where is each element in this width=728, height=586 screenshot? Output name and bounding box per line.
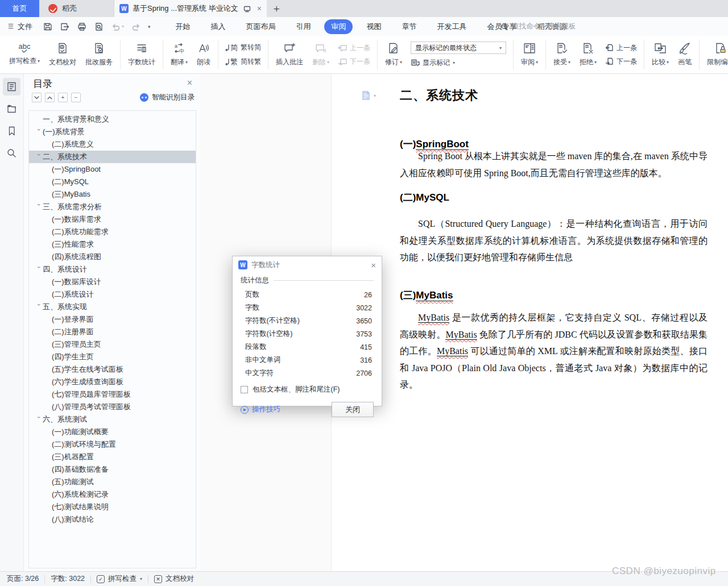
toc-item[interactable]: › 五、系统实现 — [29, 301, 196, 313]
prev-change-button[interactable]: 上一条 — [605, 43, 637, 53]
smart-recognize-button[interactable]: 智能识别目录 — [140, 93, 195, 102]
print-preview-icon[interactable] — [94, 22, 104, 32]
spell-check-button[interactable]: abc 拼写检查▾ — [5, 43, 44, 66]
toc-expand-all-button[interactable] — [32, 93, 42, 102]
toc-item[interactable]: › (一)系统背景 — [29, 126, 196, 138]
ink-button[interactable]: 画笔 — [673, 42, 696, 67]
toc-item[interactable]: › (一)功能测试概要 — [29, 426, 196, 438]
checkbox-unchecked[interactable] — [241, 386, 248, 393]
ribbon-tab[interactable]: 引用 — [289, 19, 317, 34]
toc-item[interactable]: › (一)登录界面 — [29, 313, 196, 326]
toc-item[interactable]: › (二)系统意义 — [29, 138, 196, 151]
toc-close-icon[interactable]: × — [187, 78, 192, 88]
dialog-close-icon[interactable]: × — [371, 260, 376, 270]
compare-button[interactable]: 比较▾ — [647, 42, 673, 67]
toc-collapse-all-button[interactable] — [45, 93, 55, 102]
toc-item[interactable]: › (一)数据库需求 — [29, 213, 196, 226]
show-markup-button[interactable]: 显示标记 ▾ — [411, 58, 506, 68]
toc-item[interactable]: › (二)系统设计 — [29, 288, 196, 301]
export-icon[interactable] — [60, 22, 70, 32]
toc-item[interactable]: › (四)系统流程图 — [29, 251, 196, 263]
doc-proof-toggle[interactable]: ✕ 文档校对 — [154, 574, 194, 584]
paragraph-menu-button[interactable]: ▾ — [360, 90, 376, 101]
toc-item[interactable]: › (二)MySQL — [29, 176, 196, 188]
ribbon-tab[interactable]: 页面布局 — [239, 19, 282, 34]
next-change-button[interactable]: 下一条 — [605, 57, 637, 67]
tab-docer[interactable]: 稻壳 — [39, 0, 114, 17]
reject-button[interactable]: 拒绝▾ — [575, 42, 601, 67]
toc-item[interactable]: › (二)注册界面 — [29, 326, 196, 338]
toolbar-divider — [163, 40, 163, 69]
undo-caret-icon: ▾ — [122, 24, 124, 29]
print-icon[interactable] — [77, 22, 87, 32]
toc-item[interactable]: › (三)性能需求 — [29, 238, 196, 251]
close-button[interactable]: 关闭 — [332, 402, 374, 417]
spell-check-toggle[interactable]: ✓ 拼写检查 ▾ — [97, 574, 142, 584]
restrict-edit-button[interactable]: 限制编辑 — [702, 42, 728, 67]
toc-item[interactable]: › (三)MyBatis — [29, 188, 196, 201]
word-count-button[interactable]: 字数统计 — [123, 42, 160, 67]
dialog-title-bar[interactable]: W 字数统计 × — [233, 256, 382, 273]
toc-item[interactable]: › 二、系统技术 — [29, 151, 196, 163]
sidebar-item-search[interactable] — [3, 144, 20, 162]
file-menu-button[interactable]: ☰ 文件 — [8, 22, 32, 32]
ribbon-tab[interactable]: 开发工具 — [430, 19, 473, 34]
include-footnotes-option[interactable]: 包括文本框、脚注和尾注(F) — [241, 385, 374, 394]
track-changes-button[interactable]: 修订▾ — [380, 42, 407, 67]
review-pane-button[interactable]: 审阅▾ — [516, 42, 543, 67]
sidebar-item-chapter[interactable] — [3, 100, 20, 118]
tab-home[interactable]: 首页 — [0, 0, 39, 17]
review-service-button[interactable]: 批改服务 — [81, 42, 117, 67]
toc-item[interactable]: › (二)系统功能需求 — [29, 226, 196, 238]
customize-toolbar-icon[interactable]: ▾ — [148, 24, 151, 30]
ribbon-tab[interactable]: 插入 — [204, 19, 232, 34]
markup-state-select[interactable]: 显示标记的最终状态 ▾ — [411, 41, 506, 54]
command-search[interactable]: 查找命令、搜索模板 — [500, 22, 576, 31]
sidebar-item-outline[interactable] — [3, 78, 20, 95]
toc-item[interactable]: › (一)SpringBoot — [29, 163, 196, 176]
toc-item[interactable]: › (四)基础数据准备 — [29, 463, 196, 476]
toc-item[interactable]: › (二)测试环境与配置 — [29, 438, 196, 451]
tab-close-icon[interactable]: × — [257, 4, 262, 13]
toc-zoom-out-button[interactable]: − — [71, 93, 81, 102]
translate-button[interactable]: a中 翻译▾ — [166, 42, 192, 67]
insert-comment-button[interactable]: 插入批注 — [271, 42, 308, 67]
toc-item[interactable]: › (八)管理员考试管理面板 — [29, 401, 196, 413]
tab-document[interactable]: W 基于Spring ...管理系统 毕业论文 × — [114, 0, 267, 17]
toc-item[interactable]: › (五)学生在线考试面板 — [29, 363, 196, 376]
toc-item[interactable]: › (三)管理员主页 — [29, 338, 196, 351]
sidebar-icon-strip — [0, 74, 24, 571]
new-tab-button[interactable]: ＋ — [267, 0, 286, 17]
ribbon-tab[interactable]: 开始 — [168, 19, 197, 34]
page-indicator[interactable]: 页面: 3/26 — [7, 574, 39, 584]
toc-item[interactable]: › 三、系统需求分析 — [29, 201, 196, 213]
read-aloud-button[interactable]: 朗读 — [192, 42, 215, 67]
trad-to-simp-button[interactable]: 简 繁转简 — [225, 43, 261, 53]
simp-to-trad-button[interactable]: 繁 简转繁 — [225, 57, 261, 67]
ribbon-tab[interactable]: 视图 — [359, 19, 388, 34]
toc-item[interactable]: › (八)测试结论 — [29, 513, 196, 526]
toc-item[interactable]: › 六、系统测试 — [29, 413, 196, 426]
toc-zoom-in-button[interactable]: + — [58, 93, 68, 102]
toc-item[interactable]: › 一、系统背景和意义 — [29, 113, 196, 126]
tips-link[interactable]: ▶ 操作技巧 — [241, 405, 280, 414]
toc-item[interactable]: › (五)功能测试 — [29, 476, 196, 488]
stat-value: 3650 — [356, 317, 372, 325]
ribbon-tab[interactable]: 章节 — [395, 19, 423, 34]
toc-item[interactable]: › 四、系统设计 — [29, 263, 196, 276]
toc-item[interactable]: › (七)测试结果说明 — [29, 501, 196, 513]
document-page[interactable]: ▾ 二、系统技术 (一)SpringBoot Spring Boot 从根本上讲… — [332, 74, 728, 571]
toc-item[interactable]: › (三)机器配置 — [29, 451, 196, 463]
ribbon-tab[interactable]: 审阅 — [324, 19, 353, 34]
doc-proof-button[interactable]: a- 文档校对 — [44, 42, 81, 67]
toc-item[interactable]: › (七)管理员题库管理面板 — [29, 388, 196, 401]
sidebar-item-bookmark[interactable] — [3, 122, 20, 140]
accept-button[interactable]: 接受▾ — [549, 42, 575, 67]
toc-item[interactable]: › (六)系统检测记录 — [29, 488, 196, 501]
toc-item[interactable]: › (四)学生主页 — [29, 351, 196, 363]
word-count-indicator[interactable]: 字数: 3022 — [51, 574, 85, 584]
toc-item[interactable]: › (一)数据库设计 — [29, 276, 196, 288]
toc-item[interactable]: › (六)学生成绩查询面板 — [29, 376, 196, 388]
save-icon[interactable] — [43, 22, 53, 32]
toc-item-label: (二)注册界面 — [52, 327, 94, 337]
